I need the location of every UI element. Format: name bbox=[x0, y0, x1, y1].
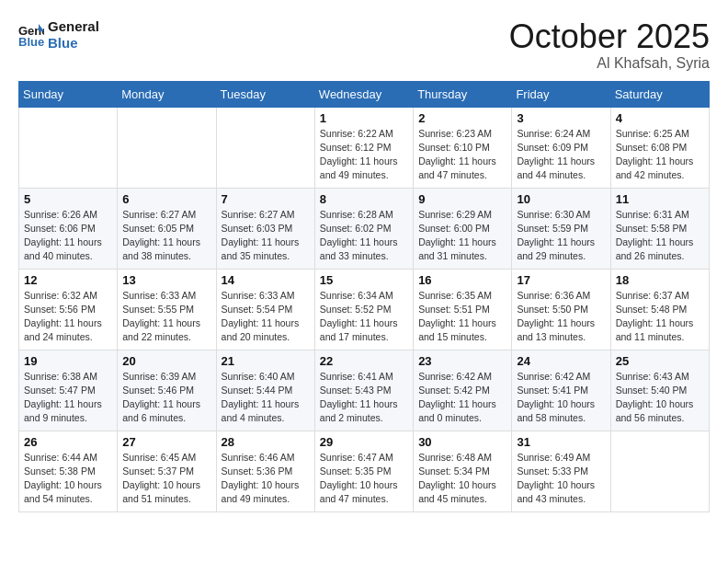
weekday-header: Monday bbox=[118, 81, 216, 107]
day-number: 4 bbox=[616, 111, 704, 125]
calendar-cell: 1Sunrise: 6:22 AM Sunset: 6:12 PM Daylig… bbox=[314, 107, 413, 188]
calendar-cell: 11Sunrise: 6:31 AM Sunset: 5:58 PM Dayli… bbox=[610, 188, 709, 269]
calendar-cell: 7Sunrise: 6:27 AM Sunset: 6:03 PM Daylig… bbox=[216, 188, 314, 269]
day-info: Sunrise: 6:26 AM Sunset: 6:06 PM Dayligh… bbox=[24, 208, 112, 264]
day-info: Sunrise: 6:46 AM Sunset: 5:36 PM Dayligh… bbox=[222, 451, 310, 507]
day-info: Sunrise: 6:30 AM Sunset: 5:59 PM Dayligh… bbox=[517, 208, 605, 264]
day-info: Sunrise: 6:40 AM Sunset: 5:44 PM Dayligh… bbox=[222, 370, 310, 426]
calendar-cell: 28Sunrise: 6:46 AM Sunset: 5:36 PM Dayli… bbox=[216, 431, 314, 511]
day-info: Sunrise: 6:37 AM Sunset: 5:48 PM Dayligh… bbox=[616, 289, 704, 345]
day-info: Sunrise: 6:38 AM Sunset: 5:47 PM Dayligh… bbox=[24, 370, 112, 426]
calendar-cell: 4Sunrise: 6:25 AM Sunset: 6:08 PM Daylig… bbox=[610, 107, 709, 188]
day-number: 16 bbox=[418, 273, 506, 287]
day-number: 6 bbox=[122, 192, 210, 206]
day-number: 2 bbox=[418, 111, 506, 125]
weekday-header: Saturday bbox=[610, 81, 709, 107]
calendar-week-row: 12Sunrise: 6:32 AM Sunset: 5:56 PM Dayli… bbox=[19, 269, 710, 350]
day-number: 26 bbox=[24, 435, 112, 449]
day-info: Sunrise: 6:47 AM Sunset: 5:35 PM Dayligh… bbox=[320, 451, 408, 507]
calendar-cell: 26Sunrise: 6:44 AM Sunset: 5:38 PM Dayli… bbox=[19, 431, 118, 511]
calendar-cell: 29Sunrise: 6:47 AM Sunset: 5:35 PM Dayli… bbox=[314, 431, 413, 511]
day-number: 21 bbox=[222, 354, 310, 368]
day-info: Sunrise: 6:49 AM Sunset: 5:33 PM Dayligh… bbox=[517, 451, 605, 507]
weekday-header: Thursday bbox=[414, 81, 512, 107]
calendar-cell: 19Sunrise: 6:38 AM Sunset: 5:47 PM Dayli… bbox=[19, 350, 118, 431]
calendar-week-row: 1Sunrise: 6:22 AM Sunset: 6:12 PM Daylig… bbox=[19, 107, 710, 188]
day-number: 13 bbox=[122, 273, 210, 287]
calendar-cell: 5Sunrise: 6:26 AM Sunset: 6:06 PM Daylig… bbox=[19, 188, 118, 269]
day-info: Sunrise: 6:39 AM Sunset: 5:46 PM Dayligh… bbox=[122, 370, 210, 426]
calendar-cell: 13Sunrise: 6:33 AM Sunset: 5:55 PM Dayli… bbox=[118, 269, 216, 350]
calendar-cell: 9Sunrise: 6:29 AM Sunset: 6:00 PM Daylig… bbox=[414, 188, 512, 269]
day-number: 3 bbox=[517, 111, 605, 125]
calendar-cell: 2Sunrise: 6:23 AM Sunset: 6:10 PM Daylig… bbox=[414, 107, 512, 188]
title-block: October 2025 Al Khafsah, Syria bbox=[509, 18, 710, 72]
calendar-cell: 31Sunrise: 6:49 AM Sunset: 5:33 PM Dayli… bbox=[512, 431, 610, 511]
calendar-cell: 17Sunrise: 6:36 AM Sunset: 5:50 PM Dayli… bbox=[512, 269, 610, 350]
day-number: 24 bbox=[517, 354, 605, 368]
day-info: Sunrise: 6:31 AM Sunset: 5:58 PM Dayligh… bbox=[616, 208, 704, 264]
day-info: Sunrise: 6:44 AM Sunset: 5:38 PM Dayligh… bbox=[24, 451, 112, 507]
day-info: Sunrise: 6:28 AM Sunset: 6:02 PM Dayligh… bbox=[320, 208, 408, 264]
calendar-cell bbox=[216, 107, 314, 188]
calendar-cell: 15Sunrise: 6:34 AM Sunset: 5:52 PM Dayli… bbox=[314, 269, 413, 350]
day-info: Sunrise: 6:22 AM Sunset: 6:12 PM Dayligh… bbox=[320, 127, 408, 183]
day-info: Sunrise: 6:23 AM Sunset: 6:10 PM Dayligh… bbox=[418, 127, 506, 183]
day-number: 9 bbox=[418, 192, 506, 206]
calendar-week-row: 26Sunrise: 6:44 AM Sunset: 5:38 PM Dayli… bbox=[19, 431, 710, 511]
calendar-cell: 14Sunrise: 6:33 AM Sunset: 5:54 PM Dayli… bbox=[216, 269, 314, 350]
calendar-cell: 22Sunrise: 6:41 AM Sunset: 5:43 PM Dayli… bbox=[314, 350, 413, 431]
calendar-week-row: 19Sunrise: 6:38 AM Sunset: 5:47 PM Dayli… bbox=[19, 350, 710, 431]
calendar-table: SundayMondayTuesdayWednesdayThursdayFrid… bbox=[18, 81, 710, 512]
day-number: 14 bbox=[222, 273, 310, 287]
logo-text-blue: Blue bbox=[48, 35, 99, 52]
day-info: Sunrise: 6:33 AM Sunset: 5:54 PM Dayligh… bbox=[222, 289, 310, 345]
weekday-header: Wednesday bbox=[314, 81, 413, 107]
calendar-cell: 20Sunrise: 6:39 AM Sunset: 5:46 PM Dayli… bbox=[118, 350, 216, 431]
day-info: Sunrise: 6:32 AM Sunset: 5:56 PM Dayligh… bbox=[24, 289, 112, 345]
day-info: Sunrise: 6:33 AM Sunset: 5:55 PM Dayligh… bbox=[122, 289, 210, 345]
day-number: 25 bbox=[616, 354, 704, 368]
calendar-cell bbox=[118, 107, 216, 188]
day-info: Sunrise: 6:42 AM Sunset: 5:42 PM Dayligh… bbox=[418, 370, 506, 426]
day-info: Sunrise: 6:36 AM Sunset: 5:50 PM Dayligh… bbox=[517, 289, 605, 345]
calendar-cell: 10Sunrise: 6:30 AM Sunset: 5:59 PM Dayli… bbox=[512, 188, 610, 269]
day-number: 23 bbox=[418, 354, 506, 368]
day-info: Sunrise: 6:42 AM Sunset: 5:41 PM Dayligh… bbox=[517, 370, 605, 426]
calendar-cell: 16Sunrise: 6:35 AM Sunset: 5:51 PM Dayli… bbox=[414, 269, 512, 350]
day-info: Sunrise: 6:35 AM Sunset: 5:51 PM Dayligh… bbox=[418, 289, 506, 345]
day-number: 7 bbox=[222, 192, 310, 206]
day-info: Sunrise: 6:48 AM Sunset: 5:34 PM Dayligh… bbox=[418, 451, 506, 507]
month-title: October 2025 bbox=[509, 18, 710, 55]
day-number: 1 bbox=[320, 111, 408, 125]
calendar-cell: 27Sunrise: 6:45 AM Sunset: 5:37 PM Dayli… bbox=[118, 431, 216, 511]
day-number: 30 bbox=[418, 435, 506, 449]
calendar-cell: 21Sunrise: 6:40 AM Sunset: 5:44 PM Dayli… bbox=[216, 350, 314, 431]
calendar-cell: 3Sunrise: 6:24 AM Sunset: 6:09 PM Daylig… bbox=[512, 107, 610, 188]
weekday-header: Sunday bbox=[19, 81, 118, 107]
day-number: 22 bbox=[320, 354, 408, 368]
logo-text-general: General bbox=[48, 18, 99, 34]
day-info: Sunrise: 6:24 AM Sunset: 6:09 PM Dayligh… bbox=[517, 127, 605, 183]
day-number: 12 bbox=[24, 273, 112, 287]
day-number: 29 bbox=[320, 435, 408, 449]
calendar-cell: 6Sunrise: 6:27 AM Sunset: 6:05 PM Daylig… bbox=[118, 188, 216, 269]
day-info: Sunrise: 6:34 AM Sunset: 5:52 PM Dayligh… bbox=[320, 289, 408, 345]
day-number: 20 bbox=[122, 354, 210, 368]
calendar-cell: 23Sunrise: 6:42 AM Sunset: 5:42 PM Dayli… bbox=[414, 350, 512, 431]
calendar-cell bbox=[19, 107, 118, 188]
calendar-cell bbox=[610, 431, 709, 511]
calendar-cell: 30Sunrise: 6:48 AM Sunset: 5:34 PM Dayli… bbox=[414, 431, 512, 511]
day-number: 5 bbox=[24, 192, 112, 206]
calendar-cell: 25Sunrise: 6:43 AM Sunset: 5:40 PM Dayli… bbox=[610, 350, 709, 431]
day-number: 10 bbox=[517, 192, 605, 206]
day-number: 17 bbox=[517, 273, 605, 287]
day-number: 15 bbox=[320, 273, 408, 287]
weekday-header: Tuesday bbox=[216, 81, 314, 107]
page-header: General Blue General Blue October 2025 A… bbox=[18, 18, 710, 72]
calendar-week-row: 5Sunrise: 6:26 AM Sunset: 6:06 PM Daylig… bbox=[19, 188, 710, 269]
calendar-cell: 18Sunrise: 6:37 AM Sunset: 5:48 PM Dayli… bbox=[610, 269, 709, 350]
day-number: 27 bbox=[122, 435, 210, 449]
day-info: Sunrise: 6:27 AM Sunset: 6:05 PM Dayligh… bbox=[122, 208, 210, 264]
day-info: Sunrise: 6:45 AM Sunset: 5:37 PM Dayligh… bbox=[122, 451, 210, 507]
